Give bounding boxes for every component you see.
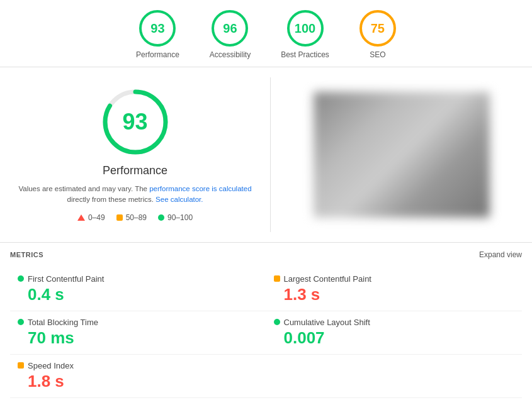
- calculator-link[interactable]: See calculator.: [156, 196, 203, 203]
- top-scores-bar: 93 Performance 96 Accessibility 100 Best…: [0, 0, 532, 67]
- metric-empty: [266, 355, 523, 398]
- score-circle-seo: 75: [359, 10, 396, 47]
- metric-fcp-name: First Contentful Paint: [28, 274, 104, 284]
- metric-tbt-dot: [18, 319, 24, 325]
- expand-view-button[interactable]: Expand view: [479, 250, 522, 259]
- score-item-seo[interactable]: 75 SEO: [359, 10, 396, 59]
- metric-cls: Cumulative Layout Shift 0.007: [266, 311, 523, 355]
- page-preview: [314, 92, 490, 218]
- left-panel: 93 Performance Values are estimated and …: [0, 77, 271, 232]
- legend-red: 0–49: [77, 213, 105, 222]
- metric-si-dot: [18, 362, 24, 369]
- metric-cls-name: Cumulative Layout Shift: [284, 318, 370, 327]
- score-value-performance: 93: [150, 21, 164, 36]
- metric-lcp-label-row: Largest Contentful Paint: [274, 274, 515, 284]
- score-item-best-practices[interactable]: 100 Best Practices: [281, 10, 329, 59]
- score-label-seo: SEO: [370, 50, 385, 59]
- score-value-best-practices: 100: [295, 21, 315, 36]
- metric-cls-label-row: Cumulative Layout Shift: [274, 318, 515, 327]
- metric-cls-value: 0.007: [274, 328, 515, 348]
- metrics-grid: First Contentful Paint 0.4 s Largest Con…: [10, 268, 522, 398]
- metric-fcp: First Contentful Paint 0.4 s: [10, 268, 266, 311]
- metric-si: Speed Index 1.8 s: [10, 355, 266, 398]
- score-value-seo: 75: [371, 21, 385, 36]
- score-circle-best-practices: 100: [287, 10, 324, 47]
- main-score-value: 93: [122, 109, 147, 135]
- main-score-circle: 93: [101, 87, 170, 157]
- orange-square-icon: [116, 214, 123, 221]
- legend-range-red: 0–49: [88, 213, 105, 222]
- score-label-best-practices: Best Practices: [281, 50, 329, 59]
- metric-tbt-label-row: Total Blocking Time: [18, 318, 259, 327]
- right-panel: [271, 77, 532, 232]
- metric-cls-dot: [274, 319, 280, 325]
- metric-si-value: 1.8 s: [18, 372, 259, 391]
- legend-green: 90–100: [158, 213, 193, 222]
- score-item-accessibility[interactable]: 96 Accessibility: [210, 10, 251, 59]
- metric-tbt-value: 70 ms: [18, 328, 259, 348]
- legend-range-green: 90–100: [167, 213, 193, 222]
- metric-lcp-name: Largest Contentful Paint: [284, 274, 371, 284]
- metrics-section-title: METRICS: [10, 251, 43, 258]
- metric-lcp: Largest Contentful Paint 1.3 s: [266, 268, 523, 311]
- score-item-performance[interactable]: 93 Performance: [136, 10, 179, 59]
- score-label-accessibility: Accessibility: [210, 50, 251, 59]
- performance-score-link[interactable]: performance score is calculated: [149, 185, 251, 192]
- metric-tbt-name: Total Blocking Time: [28, 318, 98, 327]
- score-value-accessibility: 96: [223, 21, 237, 36]
- score-circle-performance: 93: [139, 10, 176, 47]
- metric-fcp-label-row: First Contentful Paint: [18, 274, 259, 284]
- score-circle-accessibility: 96: [212, 10, 248, 47]
- metric-si-name: Speed Index: [28, 361, 74, 370]
- metrics-header: METRICS Expand view: [10, 250, 522, 259]
- metric-fcp-value: 0.4 s: [18, 285, 259, 304]
- legend-range-orange: 50–89: [126, 213, 147, 222]
- panel-description: Values are estimated and may vary. The p…: [15, 184, 255, 206]
- green-circle-icon: [158, 214, 164, 221]
- metrics-section: METRICS Expand view First Contentful Pai…: [0, 242, 532, 406]
- main-content: 93 Performance Values are estimated and …: [0, 67, 532, 242]
- red-triangle-icon: [77, 214, 85, 221]
- metric-fcp-dot: [18, 275, 24, 282]
- score-label-performance: Performance: [136, 50, 179, 59]
- panel-title: Performance: [103, 164, 167, 177]
- metric-tbt: Total Blocking Time 70 ms: [10, 311, 266, 355]
- metric-si-label-row: Speed Index: [18, 361, 259, 370]
- legend-orange: 50–89: [116, 213, 147, 222]
- legend: 0–49 50–89 90–100: [77, 213, 193, 222]
- metric-lcp-dot: [274, 275, 280, 282]
- metric-lcp-value: 1.3 s: [274, 285, 515, 304]
